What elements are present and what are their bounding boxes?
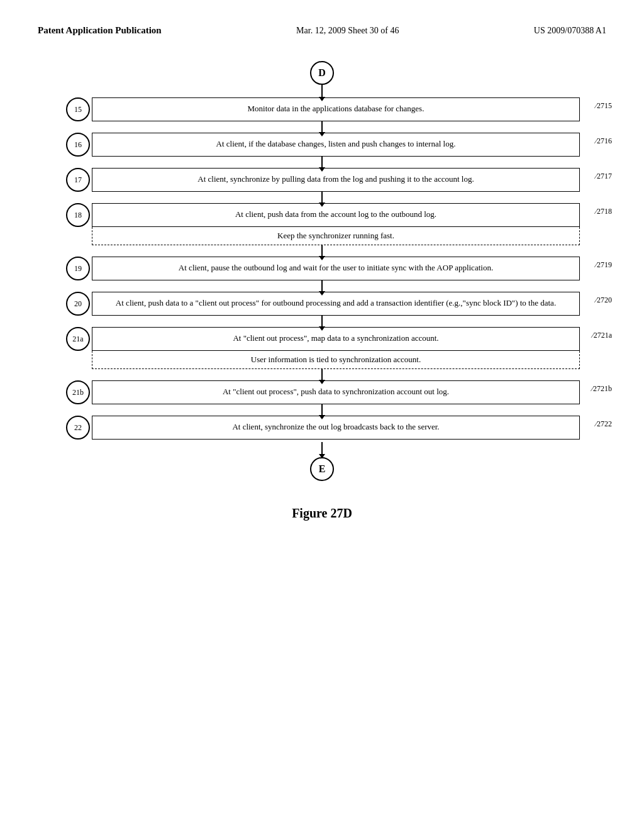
step-number-19: 19 (66, 257, 90, 280)
step-wrapper-19: 19At client, pause the outbound log and … (64, 257, 580, 280)
step-box-20: At client, push data to a "client out pr… (92, 292, 580, 316)
step-row-19: 19At client, pause the outbound log and … (64, 257, 580, 280)
step-ref-17: ⁄2717 (596, 171, 612, 182)
header-date-sheet: Mar. 12, 2009 Sheet 30 of 46 (296, 26, 399, 36)
arrow-0 (64, 121, 580, 133)
step-number-16: 16 (66, 133, 90, 157)
step-number-18: 18 (66, 203, 90, 227)
step-ref-19: ⁄2719 (596, 260, 612, 270)
step-row-22: 22At client, synchronize the out log bro… (64, 416, 580, 440)
step-wrapper-15: 15Monitor data in the applications datab… (64, 97, 580, 121)
dashed-note-18: Keep the synchronizer running fast. (92, 227, 580, 245)
arrow-1 (64, 157, 580, 168)
step-number-20: 20 (66, 292, 90, 316)
step-row-16: 16At client, if the database changes, li… (64, 133, 580, 157)
arrow-4 (64, 280, 580, 292)
step-box-22: At client, synchronize the out log broad… (92, 416, 580, 440)
header-patent-number: US 2009/070388 A1 (534, 26, 606, 36)
step-ref-16: ⁄2716 (596, 136, 612, 147)
step-wrapper-20: 20At client, push data to a "client out … (64, 292, 580, 316)
step-row-21a: 21aAt "client out process", map data to … (64, 327, 580, 351)
step-wrapper-16: 16At client, if the database changes, li… (64, 133, 580, 157)
arrow-3 (64, 245, 580, 257)
step-row-17: 17At client, synchronize by pulling data… (64, 168, 580, 192)
arrow-connector-bottom (321, 442, 323, 455)
arrow-6 (64, 369, 580, 380)
arrow-5 (64, 316, 580, 327)
arrow-connector-top (321, 85, 323, 97)
step-row-18: 18At client, push data from the account … (64, 203, 580, 227)
dashed-note-21a: User information is tied to synchronizat… (92, 351, 580, 369)
figure-caption: Figure 27D (38, 506, 606, 521)
step-wrapper-21b: 21bAt "client out process", push data to… (64, 380, 580, 404)
step-row-15: 15Monitor data in the applications datab… (64, 97, 580, 121)
step-wrapper-21a: 21aAt "client out process", map data to … (64, 327, 580, 369)
header-publication: Patent Application Publication (38, 25, 162, 36)
step-number-21b: 21b (66, 380, 90, 404)
step-wrapper-18: 18At client, push data from the account … (64, 203, 580, 245)
step-ref-21b: ⁄2721b (592, 384, 612, 394)
step-box-18: At client, push data from the account lo… (92, 203, 580, 227)
arrow-7 (64, 404, 580, 416)
step-box-16: At client, if the database changes, list… (92, 133, 580, 157)
step-wrapper-17: 17At client, synchronize by pulling data… (64, 168, 580, 192)
step-ref-22: ⁄2722 (596, 419, 612, 429)
step-number-22: 22 (66, 416, 90, 440)
step-row-21b: 21bAt "client out process", push data to… (64, 380, 580, 404)
step-number-15: 15 (66, 97, 90, 121)
step-box-17: At client, synchronize by pulling data f… (92, 168, 580, 192)
step-number-21a: 21a (66, 327, 90, 351)
step-ref-15: ⁄2715 (596, 101, 612, 111)
arrow-2 (64, 192, 580, 203)
step-ref-20: ⁄2720 (596, 295, 612, 306)
step-wrapper-22: 22At client, synchronize the out log bro… (64, 416, 580, 440)
step-row-20: 20At client, push data to a "client out … (64, 292, 580, 316)
step-ref-21a: ⁄2721a (592, 330, 612, 341)
step-box-19: At client, pause the outbound log and wa… (92, 257, 580, 280)
connector-top: D (310, 61, 334, 85)
step-box-21a: At "client out process", map data to a s… (92, 327, 580, 351)
step-box-15: Monitor data in the applications databas… (92, 97, 580, 121)
connector-bottom: E (310, 457, 334, 481)
step-ref-18: ⁄2718 (596, 206, 612, 217)
step-number-17: 17 (66, 168, 90, 192)
step-box-21b: At "client out process", push data to sy… (92, 380, 580, 404)
